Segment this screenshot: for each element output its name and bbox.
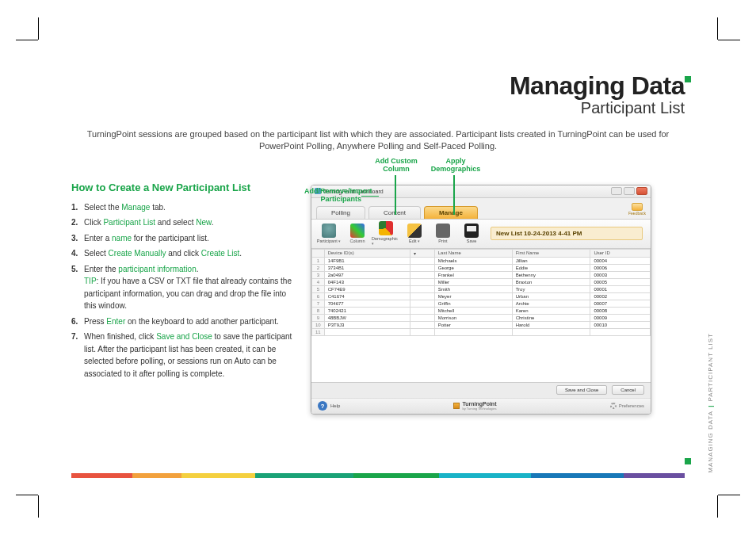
table-row[interactable]: 114F9B1MichaelsJillian00004 [312,257,651,264]
step-2: Click Participant List and select New. [71,216,293,229]
table-row[interactable]: 6C41674MeyerUrban00002 [312,292,651,300]
screenshot-window: TurningPoint Dashboard Polling Content M… [311,185,651,415]
side-running-head: MANAGING DATA|PARTICIPANT LIST [707,333,714,473]
demographic-icon [379,221,393,235]
col-userid: User ID [590,249,651,257]
print-icon [436,224,450,238]
intro-text: TurningPoint sessions are grouped based … [71,128,685,153]
edit-icon [407,224,422,238]
step-6: Press Enter on the keyboard to add anoth… [71,315,293,328]
edit-button[interactable]: Edit ▾ [400,224,429,243]
column-button[interactable]: Column [343,224,372,243]
minimize-button[interactable] [611,187,622,195]
help-icon[interactable]: ? [318,401,327,411]
callout-demographics: Apply Demographics [426,158,485,174]
close-button[interactable] [636,187,647,195]
cancel-button[interactable]: Cancel [612,385,644,395]
save-icon [464,224,479,238]
step-4: Select Create Manually and click Create … [71,247,293,260]
help-label[interactable]: Help [330,403,340,408]
save-button[interactable]: Save [457,224,486,243]
maximize-button[interactable] [624,187,635,195]
accent-square [685,458,691,464]
feedback-button[interactable]: Feedback [628,203,646,219]
brand-logo: TurningPointby Turning Technologies [453,401,496,411]
gear-icon [610,403,617,409]
demographic-button[interactable]: Demographic ▾ [372,221,400,246]
page-subtitle: Participant List [71,99,685,117]
preferences-link[interactable]: Preferences [610,403,644,409]
table-row[interactable]: 32a0497FrankelBethenny00003 [312,271,651,278]
table-row[interactable]: 87402421MitchellKaren00008 [312,307,651,314]
column-icon [350,224,365,238]
col-lastname: Last Name [434,249,512,257]
table-row[interactable]: 10P3T9J3PotterHarold00010 [312,321,651,328]
tab-manage[interactable]: Manage [424,206,478,219]
list-name: New List 10-24-2013 4-41 PM [491,227,643,240]
callout-participants: Add/Remove/Import Participants [304,188,361,204]
page-title: Managing Data [71,71,685,101]
table-row[interactable]: 7704677GriffinArchie00007 [312,300,651,307]
feedback-icon [632,203,643,211]
step-1: Select the Manage tab. [71,201,293,214]
participant-icon [322,224,336,238]
table-row[interactable]: 23734B1GeorgeEddie00006 [312,264,651,271]
callout-column: Add Custom Column [372,158,420,174]
col-firstname: First Name [512,249,590,257]
step-5: Enter the participant information.TIP: I… [71,263,293,312]
steps-list: Select the Manage tab. Click Participant… [71,201,293,380]
save-close-button[interactable]: Save and Close [556,385,607,395]
accent-square [685,76,691,82]
step-3: Enter a name for the participant list. [71,232,293,245]
participant-button[interactable]: Participant ▾ [315,224,343,243]
col-device: Device ID(s) [324,249,410,257]
rainbow-divider [71,473,685,478]
table-row[interactable]: 5CF74E9SmithTroy00001 [312,285,651,292]
table-row[interactable]: 11 [312,328,651,335]
table-row[interactable]: 404F143MillerBraxton00005 [312,278,651,285]
print-button[interactable]: Print [429,224,457,243]
table-row[interactable]: 948BBJWMorrisonChristine00009 [312,314,651,321]
section-heading: How to Create a New Participant List [71,182,293,193]
participant-table[interactable]: Device ID(s) ▾ Last Name First Name User… [311,249,651,336]
tab-polling[interactable]: Polling [316,206,365,219]
step-7: When finished, click Save and Close to s… [71,331,293,380]
